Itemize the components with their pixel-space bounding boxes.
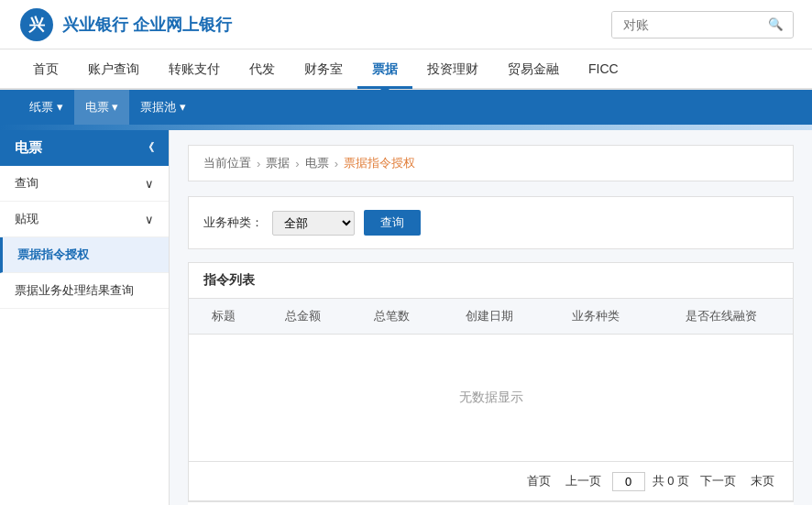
page-next[interactable]: 下一页 — [697, 471, 740, 491]
breadcrumb-level2: 电票 — [305, 155, 329, 171]
no-data-text: 无数据显示 — [189, 335, 793, 462]
page-first[interactable]: 首页 — [523, 471, 554, 491]
breadcrumb-level1: 票据 — [266, 155, 290, 171]
sidebar-collapse-icon[interactable]: 《 — [143, 140, 154, 156]
bank-logo-icon: 兴 — [18, 6, 55, 43]
table-title: 指令列表 — [189, 263, 793, 299]
breadcrumb: 当前位置 › 票据 › 电票 › 票据指令授权 — [188, 145, 794, 181]
sidebar-title: 电票 — [15, 139, 42, 157]
no-data-row: 无数据显示 — [189, 335, 793, 462]
subnav-electronic[interactable]: 电票 ▾ — [74, 90, 130, 125]
col-online: 是否在线融资 — [650, 299, 793, 335]
sidebar-item-authorize[interactable]: 票据指令授权 — [0, 237, 169, 273]
chevron-down-icon: ∨ — [145, 177, 154, 191]
col-title: 标题 — [189, 299, 259, 335]
filter-select[interactable]: 全部 承兑 贴现 质押 背书转让 — [272, 211, 355, 236]
page-total: 共 0 页 — [653, 473, 689, 489]
col-count: 总笔数 — [347, 299, 436, 335]
breadcrumb-sep1: › — [257, 157, 260, 170]
nav-invest[interactable]: 投资理财 — [412, 49, 493, 89]
content-area: 当前位置 › 票据 › 电票 › 票据指令授权 业务种类： 全部 承兑 贴现 质… — [170, 130, 812, 505]
nav-finance[interactable]: 财务室 — [290, 49, 357, 89]
page-number-input[interactable] — [612, 472, 645, 491]
nav-bills[interactable]: 票据 — [357, 49, 412, 89]
col-date: 创建日期 — [436, 299, 543, 335]
sidebar-item-query[interactable]: 查询 ∨ — [0, 166, 169, 202]
action-bar: 授权 退回经办 — [188, 501, 794, 505]
nav-home[interactable]: 首页 — [18, 49, 73, 89]
filter-bar: 业务种类： 全部 承兑 贴现 质押 背书转让 查询 — [188, 196, 794, 249]
query-button[interactable]: 查询 — [364, 210, 421, 236]
col-type: 业务种类 — [543, 299, 649, 335]
nav-account[interactable]: 账户查询 — [73, 49, 154, 89]
page-last[interactable]: 末页 — [747, 471, 778, 491]
search-button[interactable]: 🔍 — [759, 12, 793, 37]
nav-ficc[interactable]: FICC — [574, 49, 633, 89]
page-prev[interactable]: 上一页 — [562, 471, 605, 491]
nav-daifa[interactable]: 代发 — [235, 49, 290, 89]
sidebar-item-result-query[interactable]: 票据业务处理结果查询 — [0, 273, 169, 309]
subnav-pool[interactable]: 票据池 ▾ — [129, 90, 197, 125]
search-bar[interactable]: 🔍 — [611, 11, 794, 38]
svg-text:兴: 兴 — [28, 16, 46, 34]
subnav-paper[interactable]: 纸票 ▾ — [18, 90, 74, 125]
breadcrumb-current: 票据指令授权 — [344, 155, 415, 171]
breadcrumb-sep2: › — [295, 157, 299, 170]
table-header-row: 标题 总金额 总笔数 创建日期 业务种类 是否在线融资 — [189, 299, 793, 335]
main-layout: 电票 《 查询 ∨ 贴现 ∨ 票据指令授权 票据业务处理结果查询 当前位置 › … — [0, 130, 812, 505]
filter-label: 业务种类： — [203, 214, 263, 231]
breadcrumb-sep3: › — [335, 157, 338, 170]
header: 兴 兴业银行 企业网上银行 🔍 — [0, 0, 812, 49]
breadcrumb-home: 当前位置 — [203, 155, 251, 171]
pagination: 首页 上一页 共 0 页 下一页 末页 — [189, 461, 793, 500]
search-input[interactable] — [612, 12, 759, 38]
data-table: 标题 总金额 总笔数 创建日期 业务种类 是否在线融资 无数据显示 — [189, 299, 793, 461]
sidebar-item-discount[interactable]: 贴现 ∨ — [0, 202, 169, 237]
bank-name: 兴业银行 企业网上银行 — [62, 14, 232, 36]
nav-transfer[interactable]: 转账支付 — [154, 49, 235, 89]
nav-trade[interactable]: 贸易金融 — [493, 49, 574, 89]
sub-nav: 纸票 ▾ 电票 ▾ 票据池 ▾ — [0, 90, 812, 125]
logo-area: 兴 兴业银行 企业网上银行 — [18, 6, 232, 43]
sidebar-header: 电票 《 — [0, 130, 169, 166]
chevron-down-icon: ∨ — [145, 213, 154, 226]
main-nav: 首页 账户查询 转账支付 代发 财务室 票据 投资理财 贸易金融 FICC — [0, 49, 812, 90]
table-section: 指令列表 标题 总金额 总笔数 创建日期 业务种类 是否在线融资 无数据显示 — [188, 262, 794, 501]
sidebar: 电票 《 查询 ∨ 贴现 ∨ 票据指令授权 票据业务处理结果查询 — [0, 130, 170, 505]
col-amount: 总金额 — [259, 299, 348, 335]
